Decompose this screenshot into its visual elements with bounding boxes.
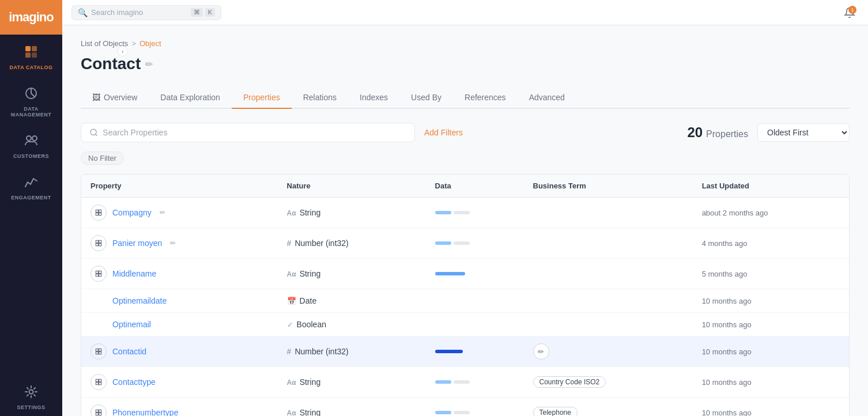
tab-data-exploration[interactable]: Data Exploration bbox=[149, 87, 232, 109]
last-updated-text: 10 months ago bbox=[702, 378, 752, 387]
tab-advanced[interactable]: Advanced bbox=[518, 87, 576, 109]
property-name[interactable]: Middlename bbox=[112, 269, 156, 278]
notification-bell[interactable]: 1 bbox=[840, 3, 859, 22]
search-icon bbox=[89, 128, 98, 137]
tab-indexes[interactable]: Indexes bbox=[348, 87, 399, 109]
data-cell bbox=[426, 313, 524, 336]
engagement-icon bbox=[22, 173, 40, 191]
business-term-badge: Telephone bbox=[533, 407, 578, 416]
sort-select[interactable]: Oldest First Newest First A-Z bbox=[757, 123, 850, 142]
svg-point-5 bbox=[27, 136, 31, 141]
nature-icon: # bbox=[287, 239, 292, 248]
property-icon bbox=[90, 374, 107, 390]
property-name[interactable]: Compagny bbox=[112, 208, 152, 217]
properties-search-box[interactable] bbox=[81, 123, 415, 142]
last-updated-text: 10 months ago bbox=[702, 347, 752, 356]
property-name[interactable]: Optinemaildate bbox=[112, 296, 167, 305]
nature-cell: # Number (int32) bbox=[278, 336, 426, 367]
nature-cell: # Number (int32) bbox=[278, 228, 426, 259]
svg-rect-31 bbox=[99, 410, 101, 412]
property-icon bbox=[90, 266, 107, 282]
data-cell bbox=[426, 398, 524, 417]
row-edit-icon[interactable]: ✏ bbox=[170, 239, 176, 247]
svg-rect-32 bbox=[96, 413, 98, 415]
property-cell: Panier moyen ✏ bbox=[81, 228, 278, 259]
last-updated-cell: 10 months ago bbox=[693, 336, 849, 367]
svg-line-9 bbox=[96, 134, 97, 136]
edit-pencil-button[interactable]: ✏ bbox=[533, 343, 549, 360]
data-catalog-icon bbox=[22, 43, 40, 61]
data-cell bbox=[426, 289, 524, 313]
nature-icon: 📅 bbox=[287, 296, 296, 305]
svg-rect-29 bbox=[99, 383, 101, 385]
svg-rect-0 bbox=[25, 46, 31, 51]
topbar-search[interactable]: 🔍 Search imagino ⌘ K bbox=[71, 5, 221, 20]
svg-rect-10 bbox=[96, 210, 98, 212]
tab-used-by[interactable]: Used By bbox=[399, 87, 453, 109]
property-cell: Middlename bbox=[81, 259, 278, 289]
property-cell: Compagny ✏ bbox=[81, 198, 278, 228]
tab-references[interactable]: References bbox=[453, 87, 518, 109]
nature-cell: Aα String bbox=[278, 259, 426, 289]
nature-label: Boolean bbox=[297, 320, 326, 329]
sidebar-item-data-management[interactable]: DATA MANAGEMENT bbox=[0, 76, 62, 123]
property-name[interactable]: Panier moyen bbox=[112, 239, 162, 248]
add-filters-button[interactable]: Add Filters bbox=[424, 128, 463, 137]
svg-rect-1 bbox=[32, 46, 37, 51]
svg-rect-25 bbox=[99, 352, 101, 354]
data-cell bbox=[426, 259, 524, 289]
property-icon bbox=[90, 343, 107, 360]
col-data: Data bbox=[426, 175, 524, 198]
topbar: 🔍 Search imagino ⌘ K 1 bbox=[62, 0, 868, 25]
breadcrumb-current: Object bbox=[139, 39, 161, 48]
data-cell bbox=[426, 228, 524, 259]
last-updated-cell: 10 months ago bbox=[693, 367, 849, 398]
svg-rect-27 bbox=[99, 379, 101, 381]
sidebar-item-engagement[interactable]: ENGAGEMENT bbox=[0, 165, 62, 206]
search-properties-input[interactable] bbox=[103, 128, 406, 137]
svg-rect-19 bbox=[99, 271, 101, 273]
last-updated-cell: 10 months ago bbox=[693, 398, 849, 417]
property-name[interactable]: Contactid bbox=[112, 347, 146, 356]
properties-table-element: Property Nature Data Business Term Last … bbox=[81, 175, 849, 416]
svg-rect-20 bbox=[96, 274, 98, 277]
svg-rect-3 bbox=[32, 52, 37, 58]
properties-table: Property Nature Data Business Term Last … bbox=[81, 174, 850, 416]
business-term-cell bbox=[524, 259, 693, 289]
sidebar-item-customers[interactable]: CUSTOMERS bbox=[0, 123, 62, 165]
breadcrumb: List of Objects > Object bbox=[81, 39, 850, 48]
business-term-cell bbox=[524, 313, 693, 336]
business-term-cell: Telephone bbox=[524, 398, 693, 417]
property-name[interactable]: Phonenumbertype bbox=[112, 408, 178, 416]
property-name[interactable]: Optinemail bbox=[112, 320, 151, 329]
property-name[interactable]: Contacttype bbox=[112, 377, 156, 387]
table-row: Phonenumbertype Aα String Telephone 10 m… bbox=[81, 398, 849, 417]
table-row: Optinemail ✓ Boolean 10 months ago bbox=[81, 313, 849, 336]
data-cell bbox=[426, 367, 524, 398]
svg-rect-23 bbox=[99, 349, 101, 351]
svg-rect-33 bbox=[99, 413, 101, 415]
sidebar-item-settings[interactable]: SETTINGS bbox=[0, 375, 62, 416]
sidebar: imagino DATA CATALOG DATA MANAGEMENT bbox=[0, 0, 62, 416]
no-filter-tag[interactable]: No Filter bbox=[81, 152, 124, 165]
svg-rect-11 bbox=[99, 210, 101, 212]
tab-relations[interactable]: Relations bbox=[292, 87, 348, 109]
property-cell: Optinemail bbox=[81, 313, 278, 336]
svg-rect-16 bbox=[96, 244, 98, 246]
business-term-cell bbox=[524, 228, 693, 259]
last-updated-cell: 5 months ago bbox=[693, 259, 849, 289]
title-edit-icon[interactable]: ✏ bbox=[145, 59, 153, 70]
tab-properties[interactable]: Properties bbox=[232, 87, 292, 109]
tab-overview[interactable]: 🖼 Overview bbox=[81, 87, 149, 109]
table-row: Panier moyen ✏ # Number (int32) 4 months… bbox=[81, 228, 849, 259]
sidebar-toggle[interactable]: ‹ bbox=[118, 46, 128, 56]
nature-icon: ✓ bbox=[287, 320, 293, 329]
svg-rect-26 bbox=[96, 379, 98, 381]
row-edit-icon[interactable]: ✏ bbox=[160, 209, 165, 217]
business-term-cell: ✏ bbox=[524, 336, 693, 367]
nature-label: String bbox=[300, 377, 321, 387]
property-icon bbox=[90, 235, 107, 251]
nature-label: String bbox=[300, 208, 321, 217]
svg-rect-21 bbox=[99, 274, 101, 277]
sidebar-item-data-catalog[interactable]: DATA CATALOG bbox=[0, 35, 62, 76]
